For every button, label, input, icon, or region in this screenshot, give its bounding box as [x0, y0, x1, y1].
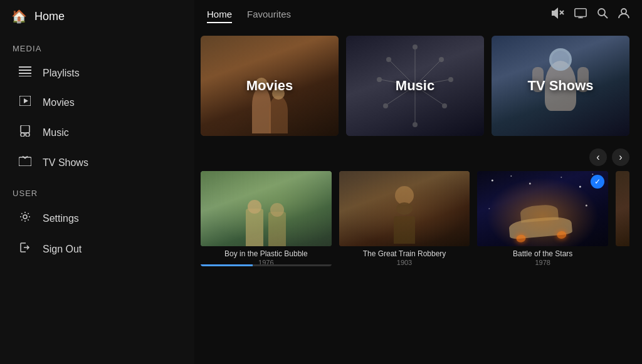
- movie-stars-year: 1978: [477, 259, 608, 266]
- content-area: Movies Movies: [194, 29, 642, 364]
- carousel-prev-btn[interactable]: ‹: [589, 148, 607, 166]
- category-music[interactable]: Music Music: [346, 36, 484, 136]
- movie-train-year: 1903: [339, 259, 470, 266]
- music-icon: [18, 125, 33, 140]
- category-movies-label: Movies: [201, 36, 339, 136]
- sidebar-item-movies[interactable]: Movies: [5, 88, 189, 117]
- home-icon[interactable]: 🏠: [11, 9, 27, 24]
- sidebar-header: 🏠 Home: [0, 0, 194, 33]
- sidebar-item-playlists[interactable]: Playlists: [5, 59, 189, 87]
- svg-point-45: [489, 208, 490, 209]
- svg-marker-13: [552, 8, 558, 19]
- svg-rect-0: [19, 66, 31, 68]
- cast-icon[interactable]: [574, 8, 587, 22]
- topbar-tabs: Home Favourites: [207, 6, 291, 23]
- movie-card-stars[interactable]: ✓ Battle of the Stars 1978: [477, 171, 608, 266]
- svg-point-12: [23, 215, 27, 219]
- tab-favourites[interactable]: Favourites: [247, 6, 291, 23]
- sidebar-item-music[interactable]: Music: [5, 118, 189, 147]
- sidebar-item-movies-label: Movies: [43, 97, 75, 108]
- sign-out-icon: [18, 242, 33, 256]
- search-icon[interactable]: [597, 8, 608, 22]
- svg-point-44: [592, 174, 594, 175]
- sidebar-title: Home: [34, 10, 65, 23]
- movie-boy-title: Boy in the Plastic Bubble: [201, 249, 332, 258]
- sidebar-item-music-label: Music: [43, 127, 69, 138]
- settings-icon: [18, 211, 33, 226]
- category-movies[interactable]: Movies Movies: [201, 36, 339, 136]
- svg-point-39: [492, 180, 493, 182]
- topbar-icons: [552, 8, 629, 22]
- movie-stars-check-badge: ✓: [591, 175, 604, 189]
- user-section-label: User: [0, 177, 194, 203]
- svg-point-21: [621, 9, 626, 14]
- playlists-icon: [18, 66, 33, 80]
- svg-rect-16: [575, 9, 586, 17]
- movie-stars-title: Battle of the Stars: [477, 249, 608, 258]
- sidebar-item-tv-shows-label: TV Shows: [43, 157, 88, 169]
- sidebar-item-settings[interactable]: Settings: [5, 204, 189, 233]
- svg-rect-6: [21, 125, 29, 133]
- svg-point-41: [529, 183, 531, 185]
- main-content: Home Favourites: [194, 0, 642, 364]
- svg-line-20: [604, 15, 608, 19]
- topbar: Home Favourites: [194, 0, 642, 29]
- svg-rect-2: [19, 73, 31, 74]
- carousel-nav: ‹ ›: [201, 148, 629, 166]
- svg-marker-5: [24, 98, 28, 103]
- movie-train-title: The Great Train Robbery: [339, 249, 470, 258]
- media-section-label: Media: [0, 33, 194, 58]
- svg-point-46: [586, 205, 587, 207]
- movie-card-train[interactable]: The Great Train Robbery 1903: [339, 171, 470, 266]
- sidebar-item-tv-shows[interactable]: TV Shows: [5, 148, 189, 177]
- tab-home[interactable]: Home: [207, 6, 232, 23]
- category-music-label: Music: [346, 36, 484, 136]
- categories-row: Movies Movies: [201, 36, 629, 136]
- sidebar-item-settings-label: Settings: [43, 213, 79, 224]
- svg-rect-3: [19, 76, 31, 76]
- svg-rect-1: [19, 70, 31, 71]
- svg-point-42: [561, 177, 562, 178]
- svg-point-43: [579, 186, 581, 188]
- movie-card-extra[interactable]: [616, 171, 629, 266]
- sidebar-item-playlists-label: Playlists: [43, 68, 80, 79]
- movie-card-boy-bubble[interactable]: Boy in the Plastic Bubble 1976: [201, 171, 332, 266]
- svg-point-40: [511, 175, 512, 177]
- carousel-section: ‹ ›: [201, 148, 629, 266]
- sidebar: 🏠 Home Media Playlists Movies: [0, 0, 194, 364]
- tv-icon: [18, 156, 33, 169]
- movies-icon: [18, 96, 33, 109]
- sidebar-item-sign-out[interactable]: Sign Out: [5, 234, 189, 264]
- svg-rect-9: [19, 157, 31, 166]
- user-icon[interactable]: [618, 8, 629, 22]
- sidebar-item-sign-out-label: Sign Out: [43, 244, 82, 255]
- category-tv-shows[interactable]: TV Shows TV Shows: [492, 36, 629, 136]
- category-tv-label: TV Shows: [492, 36, 629, 136]
- volume-off-icon[interactable]: [552, 8, 564, 22]
- svg-point-19: [598, 9, 605, 16]
- movies-row: Boy in the Plastic Bubble 1976 The Great…: [201, 171, 629, 266]
- svg-point-8: [26, 133, 29, 137]
- svg-point-7: [21, 133, 24, 137]
- carousel-next-btn[interactable]: ›: [612, 148, 629, 166]
